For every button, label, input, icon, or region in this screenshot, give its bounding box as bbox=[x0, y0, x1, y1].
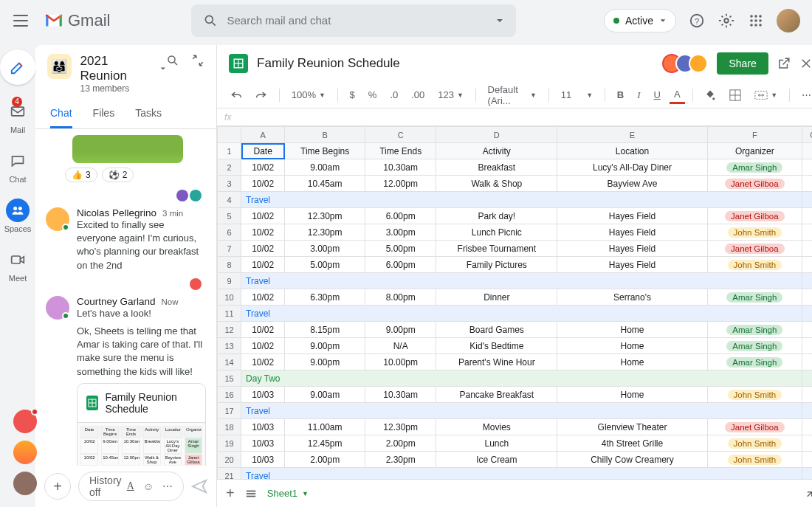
share-button[interactable]: Share bbox=[717, 52, 768, 75]
fill-color-icon[interactable] bbox=[700, 86, 720, 104]
space-members[interactable]: 13 members bbox=[80, 83, 167, 94]
zoom-selector[interactable]: 100% ▼ bbox=[287, 86, 330, 103]
tab-tasks[interactable]: Tasks bbox=[135, 100, 162, 128]
profile-avatar[interactable] bbox=[777, 9, 800, 32]
all-sheets-icon[interactable] bbox=[245, 489, 257, 499]
sheet-attachment-card[interactable]: Family Reunion Schedule DateTime BeginsT… bbox=[77, 383, 206, 466]
search-dropdown-icon[interactable] bbox=[495, 16, 504, 25]
collaborator-avatars[interactable] bbox=[668, 54, 708, 73]
space-title[interactable]: 2021 Reunion bbox=[80, 54, 167, 83]
close-icon[interactable] bbox=[799, 57, 812, 70]
search-bar[interactable] bbox=[191, 4, 516, 37]
number-format[interactable]: 123▼ bbox=[433, 86, 468, 103]
meet-icon bbox=[10, 254, 25, 266]
explore-icon[interactable] bbox=[802, 487, 812, 500]
svg-rect-17 bbox=[12, 256, 21, 263]
font-selector[interactable]: Default (Ari... ▼ bbox=[484, 81, 541, 109]
percent-format[interactable]: % bbox=[364, 86, 382, 103]
increase-decimal[interactable]: .00 bbox=[407, 86, 429, 103]
sheet-tab[interactable]: Sheet1▼ bbox=[267, 488, 309, 499]
search-icon bbox=[203, 13, 218, 28]
reaction-thumbs[interactable]: 👍3 bbox=[65, 168, 97, 182]
undo-icon[interactable] bbox=[226, 87, 247, 103]
gmail-logo[interactable]: Gmail bbox=[44, 11, 110, 30]
formula-bar[interactable]: fx bbox=[217, 108, 812, 126]
pinned-chat-avatar[interactable] bbox=[13, 410, 37, 433]
status-dot-icon bbox=[613, 18, 619, 24]
bold-icon[interactable]: B bbox=[613, 86, 628, 103]
image-attachment[interactable] bbox=[72, 135, 183, 163]
svg-point-5 bbox=[750, 15, 753, 18]
sheets-doc-icon bbox=[229, 54, 248, 73]
fontsize-selector[interactable]: 11▼ bbox=[557, 86, 597, 103]
message-time: Now bbox=[162, 297, 179, 306]
apps-grid-icon[interactable] bbox=[747, 12, 765, 30]
spaces-icon bbox=[10, 204, 25, 217]
add-sheet-button[interactable]: + bbox=[226, 485, 235, 502]
open-external-icon[interactable] bbox=[777, 57, 791, 70]
svg-point-11 bbox=[750, 24, 753, 27]
pinned-chat-avatar[interactable] bbox=[13, 472, 37, 495]
redo-icon[interactable] bbox=[251, 87, 272, 103]
nav-spaces[interactable]: Spaces bbox=[4, 199, 32, 233]
pencil-icon bbox=[10, 59, 26, 75]
compose-button[interactable] bbox=[0, 49, 35, 85]
more-icon[interactable]: ⋯ bbox=[162, 480, 173, 492]
underline-icon[interactable]: U bbox=[650, 86, 665, 103]
svg-point-4 bbox=[724, 18, 729, 23]
nav-chat[interactable]: Chat bbox=[6, 149, 30, 184]
status-chip[interactable]: Active bbox=[604, 9, 676, 32]
svg-text:?: ? bbox=[695, 16, 699, 25]
app-name: Gmail bbox=[68, 11, 110, 30]
spreadsheet-grid[interactable]: ABCDEFG1DateTime BeginsTime EndsActivity… bbox=[217, 126, 812, 479]
reaction-soccer[interactable]: ⚽2 bbox=[102, 168, 134, 182]
svg-point-13 bbox=[759, 24, 762, 27]
message-text: Ok, Sheets is telling me that Amar is ta… bbox=[77, 325, 206, 379]
tab-chat[interactable]: Chat bbox=[50, 100, 72, 128]
search-input[interactable] bbox=[227, 14, 495, 27]
currency-format[interactable]: $ bbox=[345, 86, 359, 103]
borders-icon[interactable] bbox=[725, 86, 746, 104]
main-menu-icon[interactable] bbox=[12, 12, 30, 30]
settings-icon[interactable] bbox=[718, 12, 735, 30]
panel-search-icon[interactable] bbox=[166, 54, 179, 67]
read-receipt-avatar bbox=[176, 190, 188, 201]
help-icon[interactable]: ? bbox=[688, 12, 706, 30]
nav-mail[interactable]: 4 Mail bbox=[6, 100, 30, 134]
tab-files[interactable]: Files bbox=[93, 100, 115, 128]
svg-point-9 bbox=[754, 19, 757, 22]
pinned-chat-avatar[interactable] bbox=[13, 441, 37, 464]
mail-icon bbox=[10, 106, 25, 117]
chevron-down-icon bbox=[159, 65, 167, 72]
chevron-down-icon bbox=[659, 17, 667, 24]
svg-point-16 bbox=[18, 207, 22, 210]
svg-point-8 bbox=[750, 19, 753, 22]
user-avatar[interactable] bbox=[46, 296, 69, 320]
merge-cells-icon[interactable]: ▼ bbox=[750, 87, 782, 103]
message-text: Let's have a look! bbox=[77, 307, 206, 320]
svg-line-1 bbox=[213, 22, 216, 25]
svg-point-6 bbox=[754, 15, 757, 18]
collapse-icon[interactable] bbox=[191, 54, 204, 67]
user-avatar[interactable] bbox=[46, 207, 69, 231]
read-receipt-avatar bbox=[190, 278, 202, 290]
mail-badge: 4 bbox=[12, 97, 22, 107]
format-icon[interactable]: A bbox=[127, 480, 134, 492]
nav-meet[interactable]: Meet bbox=[6, 248, 30, 283]
add-attachment-button[interactable]: + bbox=[44, 473, 71, 500]
send-button[interactable] bbox=[191, 478, 207, 494]
decrease-decimal[interactable]: .0 bbox=[385, 86, 402, 103]
message-input[interactable]: History off A ☺ ⋯ bbox=[78, 472, 184, 501]
svg-point-15 bbox=[13, 207, 17, 210]
italic-icon[interactable]: I bbox=[633, 86, 644, 104]
message-text: Excited to finally see everyone again! I… bbox=[77, 218, 206, 272]
svg-point-0 bbox=[206, 15, 213, 23]
document-title[interactable]: Family Reunion Schedule bbox=[257, 56, 400, 71]
more-toolbar-icon[interactable]: ⋯ bbox=[797, 86, 812, 103]
status-label: Active bbox=[625, 15, 653, 27]
emoji-icon[interactable]: ☺ bbox=[143, 480, 154, 492]
sheet-preview: DateTime BeginsTime EndsActivityLocation… bbox=[78, 422, 205, 466]
svg-point-10 bbox=[759, 19, 762, 22]
message-time: 3 min bbox=[162, 209, 183, 218]
text-color-icon[interactable]: A bbox=[670, 86, 685, 104]
